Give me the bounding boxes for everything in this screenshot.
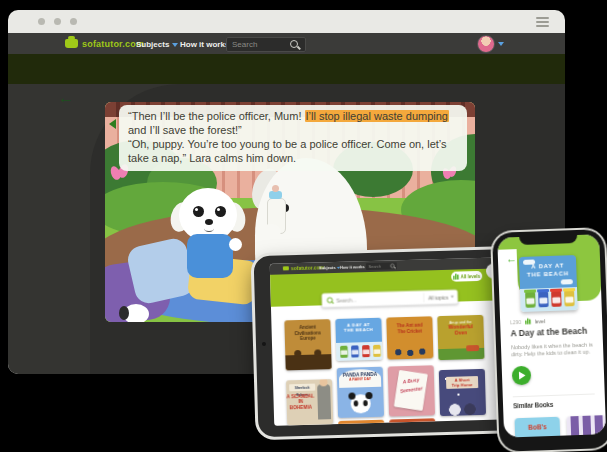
phone-back-arrow-icon[interactable]: ← [506, 253, 517, 264]
search-placeholder: Search [368, 264, 381, 269]
back-arrow-icon[interactable]: ← [58, 90, 74, 106]
similar-book-cover-birch-forest[interactable] [566, 415, 606, 438]
recycling-bin-green [340, 346, 348, 358]
puppy-mouth [204, 225, 214, 232]
panda-art [350, 394, 371, 414]
book-title: A Day at the Beach [510, 326, 587, 339]
logo-text: sofatutor.com [82, 39, 144, 49]
book-cover-partial[interactable] [338, 420, 384, 426]
chevron-down-icon [172, 43, 178, 47]
mother-dog-paw [261, 224, 281, 239]
puppy-paw [229, 238, 242, 251]
tablet-nav-subjects[interactable]: Subjects [319, 265, 340, 270]
sofa-icon [65, 39, 78, 48]
highlighted-text: I’ll stop illegal waste dumping [305, 110, 449, 122]
levels-chart-icon [453, 274, 459, 280]
detective-art [317, 384, 331, 419]
chevron-down-icon [451, 296, 454, 298]
sleeping-puppy [123, 304, 149, 322]
search-icon [327, 297, 333, 303]
similar-book-cover-bobs[interactable]: BoB’s [515, 417, 561, 438]
recycling-bin-red [362, 345, 370, 357]
book-cover-sherlock-holmes-a-scandal-in-bohemia[interactable]: Sherlock Holmes A Scandal in Bohemia [286, 379, 333, 425]
nav-item-how-it-works[interactable]: How it works [180, 40, 229, 49]
all-levels-button[interactable]: All levels [451, 271, 482, 282]
site-navbar: sofatutor.com Subjects How it works Sear… [8, 33, 565, 54]
page: sofatutor.com Subjects How it works Sear… [0, 0, 607, 452]
window-control-dot[interactable] [70, 18, 77, 25]
dialogue-marker-icon[interactable] [109, 119, 116, 129]
divider [513, 393, 595, 397]
recycling-bin-green [525, 291, 536, 307]
browser-chrome [8, 10, 565, 33]
phone-screen: ← A DAY AT THE BEACH L290 level A Day a [497, 234, 606, 437]
sofatutor-logo[interactable]: sofatutor.com [65, 36, 144, 51]
book-cover-a-day-at-the-beach[interactable]: A DAY AT THE BEACH [335, 318, 382, 361]
figures-art [447, 402, 479, 416]
book-cover-a-busy-semester[interactable]: A Busy Semester [388, 365, 435, 416]
window-control-dot[interactable] [38, 18, 45, 25]
title-plaque: A ShortTrip Home [446, 376, 478, 389]
nav-item-subjects[interactable]: Subjects [136, 40, 178, 49]
nav-subjects-label: Subjects [136, 40, 169, 49]
book-meta-row: L290 level [510, 315, 595, 325]
recycling-bin-yellow [373, 345, 381, 357]
user-avatar[interactable] [477, 35, 495, 53]
tablet-screen: sofatutor.com Subjects How it works Sear… [270, 257, 514, 426]
tablet-search-bar[interactable]: Search... All topics [322, 290, 458, 308]
tablet-camera-icon [262, 342, 266, 346]
sofa-icon [283, 266, 289, 270]
book-cover-partial[interactable] [389, 418, 435, 424]
recycling-bin-blue [538, 291, 549, 307]
book-cover-the-ant-and-the-cricket[interactable]: The Ant and The Cricket [386, 316, 433, 359]
cloud [561, 279, 573, 284]
similar-books-heading: Similar Books [513, 401, 553, 410]
navbar-search-input[interactable]: Search [226, 37, 306, 52]
page-header-band [8, 54, 565, 84]
puppy-eye [215, 206, 226, 217]
puppy-shirt [187, 234, 233, 278]
book-cover-panda-panda-a-rainy-day[interactable]: PANDA PANDA A RAINY DAY [337, 367, 384, 418]
dialogue-box: “Then I’ll be the police officer, Mum! I… [119, 105, 467, 171]
dialogue-text: “Then I’ll be the police officer, Mum! I… [128, 110, 458, 166]
recycling-bin-blue [351, 345, 359, 357]
puppy-eye [193, 206, 204, 217]
book-cover-anup-and-the-wonderful-oven[interactable]: Anup and the Wonderful Oven [437, 315, 484, 360]
recycling-bin-yellow [564, 290, 575, 306]
silhouette-art [285, 354, 331, 370]
tablet-nav-how-it-works[interactable]: How it works [340, 265, 365, 270]
level-chart-icon [525, 318, 531, 324]
recycling-bin-red [551, 291, 562, 307]
search-icon[interactable] [290, 40, 298, 48]
phone-mockup: ← A DAY AT THE BEACH L290 level A Day a [492, 229, 607, 452]
window-control-dot[interactable] [54, 18, 61, 25]
search-placeholder: Search [232, 40, 257, 49]
landscape-art [438, 348, 484, 360]
tablet-navbar-search-input[interactable]: Search [366, 262, 397, 270]
all-topics-dropdown[interactable]: All topics [424, 294, 458, 300]
search-placeholder: Search... [336, 295, 424, 303]
search-icon [390, 264, 394, 268]
hamburger-menu-icon[interactable] [536, 17, 549, 27]
level-code: L290 [510, 319, 521, 325]
book-description: Nobody likes it when the beach is dirty.… [511, 340, 595, 358]
phone-book-cover-a-day-at-the-beach[interactable]: A DAY AT THE BEACH [519, 255, 578, 312]
avatar-chevron-down-icon[interactable] [498, 42, 504, 46]
book-cover-a-short-trip-home[interactable]: A ShortTrip Home [439, 369, 486, 416]
book-cover-ancient-civilisations-europe[interactable]: Ancient Civilisations Europe [284, 319, 331, 370]
ants-art [392, 347, 428, 356]
play-button[interactable] [512, 366, 532, 386]
level-label: level [535, 318, 545, 324]
